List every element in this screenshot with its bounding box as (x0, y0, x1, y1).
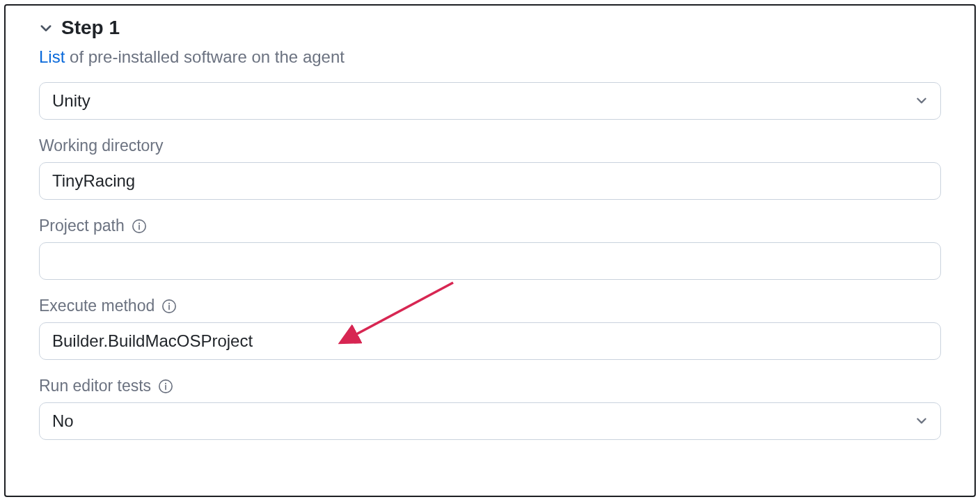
runner-field: Unity (39, 82, 941, 120)
preinstalled-list-link[interactable]: List (39, 47, 65, 66)
working-directory-label: Working directory (39, 136, 941, 155)
info-icon[interactable] (132, 219, 147, 234)
project-path-field: Project path (39, 216, 941, 280)
svg-point-2 (139, 222, 140, 223)
run-editor-tests-field: Run editor tests No (39, 377, 941, 440)
info-icon[interactable] (161, 299, 177, 314)
execute-method-label: Execute method (39, 297, 155, 315)
project-path-label: Project path (39, 216, 125, 235)
chevron-down-icon (915, 91, 928, 111)
chevron-down-icon[interactable] (39, 21, 53, 35)
step-panel: Step 1 List of pre-installed software on… (4, 4, 976, 497)
run-editor-tests-label: Run editor tests (39, 377, 151, 395)
svg-point-5 (168, 302, 170, 304)
working-directory-input[interactable] (39, 162, 941, 200)
chevron-down-icon (915, 411, 928, 431)
runner-select-value: Unity (52, 91, 90, 111)
step-title: Step 1 (61, 17, 120, 39)
runner-select[interactable]: Unity (39, 82, 941, 120)
step-header: Step 1 (39, 17, 941, 39)
preinstalled-software-note: List of pre-installed software on the ag… (39, 47, 941, 67)
svg-point-10 (165, 382, 166, 384)
info-icon[interactable] (158, 379, 173, 394)
run-editor-tests-value: No (52, 411, 74, 431)
working-directory-field: Working directory (39, 136, 941, 200)
execute-method-field: Execute method (39, 297, 941, 360)
run-editor-tests-select[interactable]: No (39, 402, 941, 440)
execute-method-input[interactable] (39, 322, 941, 360)
project-path-input[interactable] (39, 242, 941, 280)
preinstalled-note-text: of pre-installed software on the agent (65, 47, 345, 66)
